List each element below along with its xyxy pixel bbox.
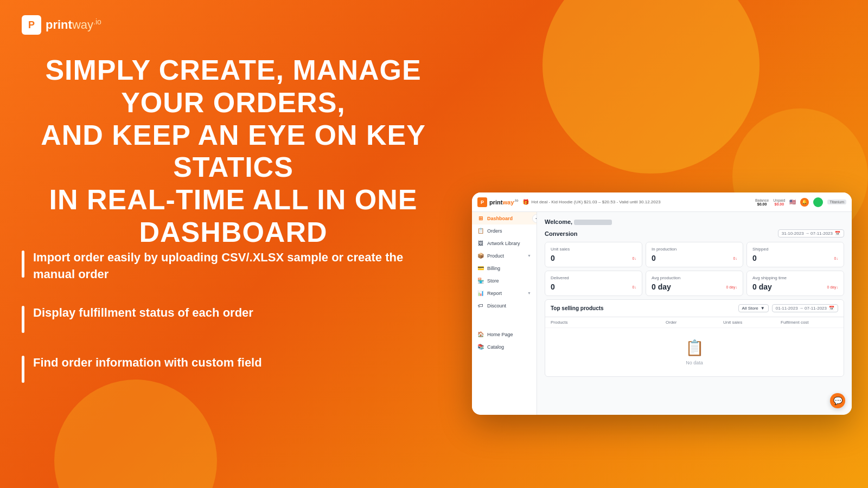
headline: SIMPLY CREATE, MANAGE YOUR ORDERS, AND K… <box>22 54 445 249</box>
stat-delta-avg-production: 0 day↓ <box>726 285 737 289</box>
feature-text-3: Find order information with custom field <box>33 355 262 371</box>
stat-label-avg-production: Avg production <box>652 275 737 280</box>
report-icon: 📊 <box>477 290 484 296</box>
feature-text-1: Import order easily by uploading CSV/.XL… <box>33 249 434 283</box>
headline-line3: IN REAL-TIME ALL IN ONE DASHBOARD <box>49 184 418 248</box>
sidebar-item-dashboard[interactable]: ⊞ Dashboard ◀ <box>472 212 537 224</box>
sidebar-label-store: Store <box>487 278 499 284</box>
no-data-icon: 📋 <box>685 339 704 357</box>
sidebar-item-store[interactable]: 🏪 Store <box>472 274 537 287</box>
no-data-text: No data <box>686 360 703 365</box>
chevron-down-icon: ▼ <box>527 254 531 258</box>
product-icon: 📦 <box>477 253 484 259</box>
stat-delta-in-production: 0↓ <box>733 256 737 260</box>
col-fulfillment-cost: Fulfilment cost <box>781 320 838 325</box>
logo-way: way <box>502 199 514 206</box>
stat-value-delivered: 0 <box>551 282 555 291</box>
chat-bubble-button[interactable]: 💬 <box>830 393 845 408</box>
conversion-header: Conversion 31-10-2023 → 07-11-2023 📅 <box>545 229 844 237</box>
hot-deal-banner: 🎁 Hot deal - Kid Hoodie (UK) $21.03 – $2… <box>522 199 751 205</box>
stat-label-delivered: Delivered <box>551 275 636 280</box>
stat-value-row-in-production: 0 0↓ <box>652 254 737 262</box>
sidebar-item-discount[interactable]: 🏷 Discount <box>472 299 537 312</box>
store-select-dropdown[interactable]: All Store ▼ <box>738 304 769 312</box>
stat-unit-sales: Unit sales 0 0↓ <box>545 242 642 267</box>
sidebar-item-orders[interactable]: 📋 Orders <box>472 224 537 237</box>
calendar-icon: 📅 <box>835 231 840 236</box>
table-header: Products Order Unit sales Fulfilment cos… <box>545 317 844 328</box>
stat-value-unit-sales: 0 <box>551 254 555 262</box>
conversion-date-range[interactable]: 31-10-2023 → 07-11-2023 📅 <box>778 229 844 237</box>
welcome-prefix: Welcome, <box>545 219 572 225</box>
col-order: Order <box>666 320 723 325</box>
logo-icon: P <box>22 15 41 35</box>
logo-print: print <box>489 199 502 206</box>
sidebar-item-report[interactable]: 📊 Report ▼ <box>472 287 537 299</box>
stat-avg-production: Avg production 0 day 0 day↓ <box>646 271 743 296</box>
feature-text-2: Display fulfillment status of each order <box>33 305 253 322</box>
logo-text: printway.io <box>46 17 101 32</box>
stat-label-avg-shipping: Avg shipping time <box>752 275 838 280</box>
dashboard-body: ⊞ Dashboard ◀ 📋 Orders 🖼 Artwork Library… <box>472 212 852 415</box>
stats-grid-row1: Unit sales 0 0↓ In production 0 0↓ Shipp… <box>545 242 844 267</box>
sidebar-label-catalog: Catalog <box>487 344 504 350</box>
store-select-value: All Store <box>742 306 758 311</box>
catalog-icon: 📚 <box>477 344 484 350</box>
sidebar-label-report: Report <box>487 291 502 296</box>
feature-bar-3 <box>22 356 24 383</box>
stat-value-row-unit-sales: 0 0↓ <box>551 254 636 262</box>
col-products: Products <box>551 320 666 325</box>
feature-bar-2 <box>22 306 24 333</box>
notification-icon[interactable]: 🔔 <box>800 198 809 207</box>
sidebar-label-product: Product <box>487 253 504 259</box>
sidebar-item-catalog[interactable]: 📚 Catalog <box>472 341 537 353</box>
top-selling-header: Top selling products All Store ▼ 01-11-2… <box>545 300 844 317</box>
sidebar-item-homepage[interactable]: 🏠 Home Page <box>472 328 537 341</box>
welcome-message: Welcome, <box>545 219 844 225</box>
unpaid-amount: $0.00 <box>773 202 785 206</box>
stat-delta-shipped: 0↓ <box>834 256 838 260</box>
top-selling-section: Top selling products All Store ▼ 01-11-2… <box>545 299 844 377</box>
discount-icon: 🏷 <box>477 303 484 309</box>
balance-widget: Balance $0.00 <box>755 198 769 206</box>
dashboard-header: P printway.io 🎁 Hot deal - Kid Hoodie (U… <box>472 192 852 212</box>
stat-value-row-avg-shipping: 0 day 0 day↓ <box>752 282 838 291</box>
unpaid-widget: Unpaid $0.00 <box>773 198 785 206</box>
feature-item-3: Find order information with custom field <box>22 355 434 383</box>
headline-line1: SIMPLY CREATE, MANAGE YOUR ORDERS, <box>45 54 421 118</box>
logo-io: .io <box>514 198 518 202</box>
sidebar-item-artwork[interactable]: 🖼 Artwork Library <box>472 237 537 249</box>
main-content: Welcome, Conversion 31-10-2023 → 07-11-2… <box>537 212 852 415</box>
features-list: Import order easily by uploading CSV/.XL… <box>22 249 434 383</box>
stat-in-production: In production 0 0↓ <box>646 242 743 267</box>
balance-label: Balance <box>755 198 769 202</box>
stats-grid-row2: Delivered 0 0↓ Avg production 0 day 0 da… <box>545 271 844 296</box>
stat-delta-avg-shipping: 0 day↓ <box>827 285 838 289</box>
top-selling-date-text: 01-11-2023 → 07-11-2023 <box>776 306 827 311</box>
calendar-icon-2: 📅 <box>829 306 834 311</box>
top-selling-date-range[interactable]: 01-11-2023 → 07-11-2023 📅 <box>772 304 838 312</box>
sidebar-label-discount: Discount <box>487 303 506 309</box>
feature-bar-1 <box>22 251 24 278</box>
feature-item-1: Import order easily by uploading CSV/.XL… <box>22 249 434 283</box>
sidebar-item-billing[interactable]: 💳 Billing <box>472 262 537 274</box>
dashboard-logo-icon: P <box>477 197 487 207</box>
dashboard-icon: ⊞ <box>477 215 484 221</box>
stat-value-row-avg-production: 0 day 0 day↓ <box>652 282 737 291</box>
sidebar-label-artwork: Artwork Library <box>487 241 520 246</box>
unpaid-label: Unpaid <box>773 198 785 202</box>
hot-deal-text: Hot deal - Kid Hoodie (UK) $21.03 – $20.… <box>531 200 660 204</box>
sidebar-item-product[interactable]: 📦 Product ▼ <box>472 249 537 262</box>
stat-value-row-delivered: 0 0↓ <box>551 282 636 291</box>
header-right: Balance $0.00 Unpaid $0.00 🇺🇸 🔔 Titanium <box>755 197 846 207</box>
stat-delta-unit-sales: 0↓ <box>633 256 636 260</box>
stat-delivered: Delivered 0 0↓ <box>545 271 642 296</box>
stat-avg-shipping: Avg shipping time 0 day 0 day↓ <box>746 271 844 296</box>
balance-amount: $0.00 <box>755 202 769 206</box>
stat-value-avg-shipping: 0 day <box>752 282 772 291</box>
stat-value-avg-production: 0 day <box>652 282 671 291</box>
billing-icon: 💳 <box>477 265 484 271</box>
sidebar-label-dashboard: Dashboard <box>487 216 513 221</box>
sidebar-collapse-button[interactable]: ◀ <box>532 214 537 223</box>
sidebar-label-homepage: Home Page <box>487 332 513 337</box>
